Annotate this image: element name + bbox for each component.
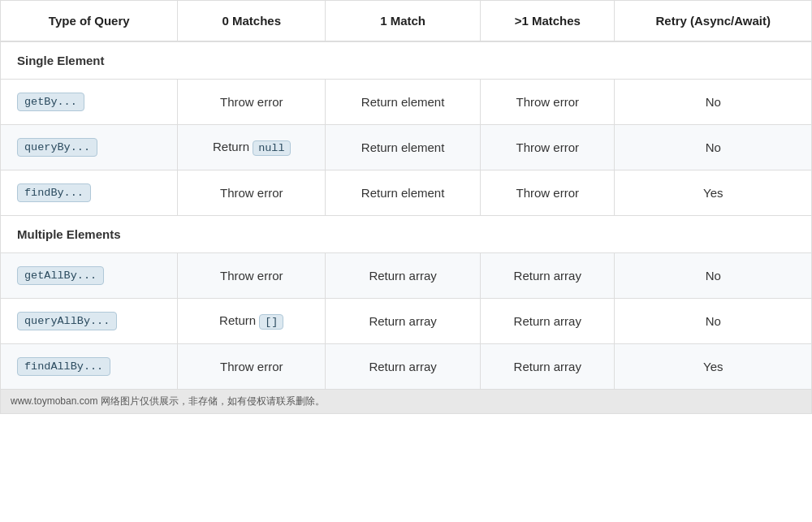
query-cell: findBy... <box>1 170 178 216</box>
query-code-tag: getAllBy... <box>17 266 104 285</box>
header-one-match: 1 Match <box>326 1 481 41</box>
retry-cell: No <box>615 125 811 170</box>
retry-cell: No <box>615 299 811 344</box>
zero-matches-cell: Throw error <box>178 253 326 299</box>
retry-cell: No <box>615 80 811 125</box>
header-gt-one-matches: >1 Matches <box>481 1 615 41</box>
zero-matches-cell: Throw error <box>178 344 326 390</box>
zero-matches-cell: Return [] <box>178 299 326 344</box>
one-match-cell: Return element <box>326 125 481 170</box>
table-body: Single ElementgetBy...Throw errorReturn … <box>1 41 811 389</box>
one-match-cell: Return element <box>326 80 481 125</box>
query-cell: queryAllBy... <box>1 299 178 344</box>
section-header-single-element: Single Element <box>1 41 811 80</box>
gt-one-matches-cell: Return array <box>481 299 615 344</box>
table-row: getBy...Throw errorReturn elementThrow e… <box>1 80 811 125</box>
inline-code-tag: null <box>253 140 290 156</box>
section-label-single-element: Single Element <box>1 41 811 80</box>
gt-one-matches-cell: Return array <box>481 344 615 390</box>
retry-cell: No <box>615 253 811 299</box>
gt-one-matches-cell: Throw error <box>481 80 615 125</box>
table-row: findAllBy...Throw errorReturn arrayRetur… <box>1 344 811 390</box>
section-label-multiple-elements: Multiple Elements <box>1 216 811 253</box>
query-cell: findAllBy... <box>1 344 178 390</box>
one-match-cell: Return element <box>326 170 481 216</box>
table-row: findBy...Throw errorReturn elementThrow … <box>1 170 811 216</box>
zero-matches-cell: Throw error <box>178 170 326 216</box>
one-match-cell: Return array <box>326 299 481 344</box>
table-row: queryBy...Return nullReturn elementThrow… <box>1 125 811 170</box>
query-cell: queryBy... <box>1 125 178 170</box>
table-header-row: Type of Query 0 Matches 1 Match >1 Match… <box>1 1 811 41</box>
table-row: getAllBy...Throw errorReturn arrayReturn… <box>1 253 811 299</box>
footer-text: www.toymoban.com 网络图片仅供展示，非存储，如有侵权请联系删除。 <box>11 395 325 407</box>
header-zero-matches: 0 Matches <box>178 1 326 41</box>
table-row: queryAllBy...Return []Return arrayReturn… <box>1 299 811 344</box>
zero-matches-cell: Return null <box>178 125 326 170</box>
query-code-tag: queryBy... <box>17 138 97 157</box>
zero-matches-cell: Throw error <box>178 80 326 125</box>
gt-one-matches-cell: Throw error <box>481 170 615 216</box>
query-cell: getAllBy... <box>1 253 178 299</box>
query-code-tag: queryAllBy... <box>17 312 117 330</box>
retry-cell: Yes <box>615 170 811 216</box>
gt-one-matches-cell: Return array <box>481 253 615 299</box>
query-code-tag: findBy... <box>17 183 91 202</box>
query-code-tag: findAllBy... <box>17 357 110 376</box>
one-match-cell: Return array <box>326 253 481 299</box>
header-type-of-query: Type of Query <box>1 1 178 41</box>
main-table-wrapper: Type of Query 0 Matches 1 Match >1 Match… <box>0 0 812 414</box>
one-match-cell: Return array <box>326 344 481 390</box>
query-cell: getBy... <box>1 80 178 125</box>
section-header-multiple-elements: Multiple Elements <box>1 216 811 253</box>
query-code-tag: getBy... <box>17 93 84 111</box>
retry-cell: Yes <box>615 344 811 390</box>
footer-bar: www.toymoban.com 网络图片仅供展示，非存储，如有侵权请联系删除。 <box>1 389 811 413</box>
query-reference-table: Type of Query 0 Matches 1 Match >1 Match… <box>1 1 811 389</box>
header-retry: Retry (Async/Await) <box>615 1 811 41</box>
inline-code-tag: [] <box>259 314 283 330</box>
gt-one-matches-cell: Throw error <box>481 125 615 170</box>
